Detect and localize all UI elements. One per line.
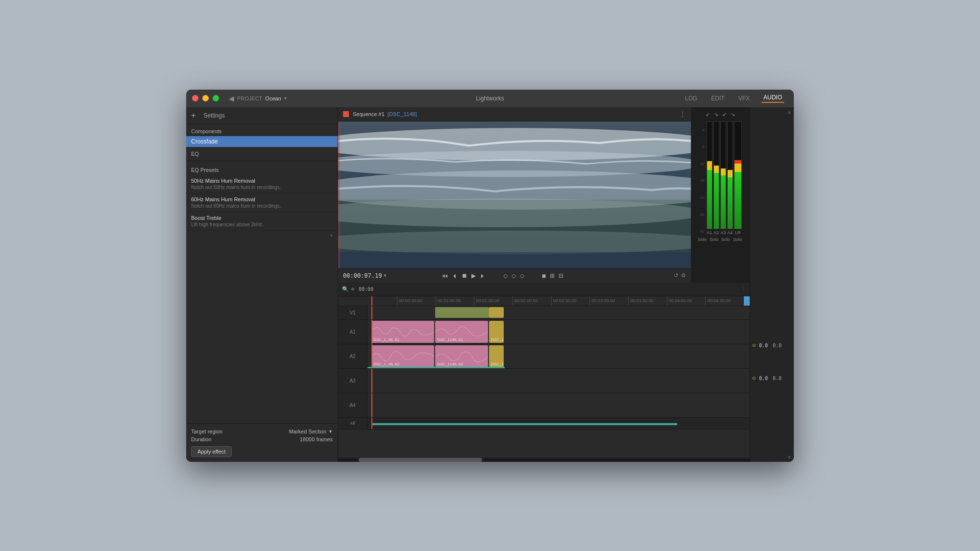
- sequence-clip: [DSC_1148]: [388, 111, 417, 117]
- transport-go-start[interactable]: ⏮: [442, 272, 448, 279]
- clip-a1-2[interactable]: DSC_1149, A1: [435, 321, 488, 343]
- solo-a3[interactable]: Solo: [721, 237, 730, 242]
- clip-a2-2[interactable]: DSC_1149, A2: [435, 345, 488, 367]
- ruler-mark-8: 00:04:30.00: [705, 296, 744, 306]
- timeline-start-time: 00:00: [359, 287, 373, 292]
- track-a4-header: A4: [338, 393, 368, 417]
- timeline-more-icon[interactable]: ⋮: [741, 287, 746, 291]
- apply-effect-button[interactable]: Apply effect: [191, 446, 232, 457]
- ocean-video: [338, 121, 691, 268]
- track-all-content: [368, 418, 750, 429]
- vu-icon-4[interactable]: ↘: [731, 111, 735, 118]
- zoom-out-button[interactable]: 🔍: [342, 286, 349, 292]
- preview-loop-button[interactable]: ↺: [674, 272, 678, 279]
- crossfade-component[interactable]: Crossfade: [186, 136, 338, 147]
- scrollbar-thumb[interactable]: [359, 458, 482, 462]
- clip-a2-1[interactable]: DSC_1_48, A2: [371, 345, 434, 367]
- playhead-ruler: [371, 296, 372, 306]
- vu-bar-lr: [734, 121, 742, 229]
- transport-extra2[interactable]: ⊞: [550, 272, 555, 279]
- preset-60hz-title: 60Hz Mains Hum Removal: [191, 196, 333, 202]
- project-name[interactable]: Ocean: [265, 96, 281, 101]
- transport-next-frame[interactable]: ⏵: [480, 272, 486, 279]
- playhead-a4: [371, 393, 372, 417]
- target-region-value[interactable]: Marked Section ▼: [289, 429, 333, 434]
- transport-play[interactable]: ▶: [471, 272, 476, 279]
- preset-boost-treble-desc: Lift high frequencies above 2kHz.: [191, 222, 333, 227]
- fader-val-a3: 0.0: [759, 376, 768, 381]
- target-region-row: Target region Marked Section ▼: [191, 429, 333, 434]
- transport-marker[interactable]: ◇: [512, 272, 516, 279]
- settings-button[interactable]: Settings: [203, 112, 224, 119]
- clip-v1-3[interactable]: [489, 307, 504, 318]
- solo-a1[interactable]: Solo: [698, 237, 707, 242]
- maximize-button[interactable]: [213, 95, 219, 101]
- preset-boost-treble[interactable]: Boost Treble Lift high frequencies above…: [186, 212, 338, 231]
- tab-audio[interactable]: AUDIO: [761, 94, 784, 103]
- transport-controls: ⏮ ⏴ ⏹ ▶ ⏵ ◇ ◇ ◇ ■ ⊞ ⊟: [442, 272, 564, 280]
- window-controls: [192, 95, 219, 101]
- transport-extra1[interactable]: ■: [542, 272, 546, 280]
- preview-right-controls: ↺ ⚙: [674, 272, 686, 279]
- solo-a4[interactable]: Solo: [733, 237, 742, 242]
- clip-a1-1[interactable]: DSC_1_48, A1: [371, 321, 434, 343]
- zoom-controls: 🔍 ⊕: [342, 286, 355, 292]
- panel-scroll-up[interactable]: ▲: [752, 109, 792, 115]
- transport-extra3[interactable]: ⊟: [559, 272, 564, 279]
- transport-stop[interactable]: ⏹: [462, 272, 467, 279]
- close-button[interactable]: [192, 95, 198, 101]
- target-dropdown-icon[interactable]: ▼: [328, 429, 333, 434]
- preset-50hz[interactable]: 50Hz Mains Hum Removal Notch out 50Hz ma…: [186, 175, 338, 193]
- project-label: PROJECT: [237, 96, 262, 101]
- track-v1-content: [368, 306, 750, 319]
- vu-bar-a1: [707, 121, 712, 229]
- back-button[interactable]: ◀: [229, 95, 234, 102]
- transport-mark-in[interactable]: ◇: [503, 272, 508, 279]
- preset-60hz[interactable]: 60Hz Mains Hum Removal Notch out 60Hz ma…: [186, 193, 338, 212]
- minimize-button[interactable]: [202, 95, 209, 101]
- vu-icon-1[interactable]: ↙: [706, 111, 710, 118]
- vu-bar-a3: [720, 121, 726, 229]
- tab-vfx[interactable]: VFX: [736, 95, 752, 102]
- tab-log[interactable]: LOG: [683, 95, 699, 102]
- components-label: Components: [186, 124, 338, 136]
- left-panel-toolbar: + Settings: [186, 107, 338, 124]
- zoom-in-button[interactable]: ⊕: [351, 287, 355, 291]
- track-a4: A4: [338, 393, 750, 418]
- ruler-track: 00:00:30.00 00:01:00.00 00:01:30.00 00:0…: [368, 296, 744, 306]
- preview-more-icon[interactable]: ⋮: [679, 110, 686, 118]
- vu-icon-2[interactable]: ↘: [714, 111, 718, 118]
- vu-scale-n24: -24: [699, 196, 705, 200]
- svg-rect-8: [338, 252, 691, 268]
- playhead-a2: [371, 344, 372, 368]
- clip-a2-3[interactable]: DSC_1: [489, 345, 504, 367]
- project-dropdown-icon[interactable]: ▾: [284, 96, 287, 101]
- eq-presets-label: EQ Presets: [186, 163, 338, 175]
- scroll-down-indicator: ▾: [186, 231, 338, 240]
- timeline-scrollbar[interactable]: [338, 458, 750, 462]
- track-a1-content: DSC_1_48, A1 DSC_1149, A1 DSC_1: [368, 320, 750, 344]
- duration-value: 18000 frames: [300, 436, 333, 442]
- transport-prev-frame[interactable]: ⏴: [452, 272, 458, 279]
- clip-v1-2[interactable]: [435, 307, 489, 318]
- clip-a1-3[interactable]: DSC_1: [489, 321, 504, 343]
- vu-fill-a2: [714, 173, 719, 228]
- waveform-a1-2: [435, 321, 488, 343]
- app-window: ◀ PROJECT Ocean ▾ Lightworks LOG EDIT VF…: [186, 90, 794, 462]
- fader-val-a3-r: 0.0: [773, 376, 782, 381]
- panel-scroll-down[interactable]: ▼: [752, 455, 792, 460]
- track-a3-header: A3: [338, 369, 368, 393]
- tab-edit[interactable]: EDIT: [709, 95, 726, 102]
- add-component-button[interactable]: +: [191, 111, 196, 120]
- vu-fill-lr: [735, 172, 741, 229]
- solo-a2[interactable]: Solo: [710, 237, 718, 242]
- track-v1: V1: [338, 306, 750, 320]
- transport-mark-out[interactable]: ◇: [520, 272, 524, 279]
- track-a4-content: [368, 393, 750, 417]
- preview-settings-button[interactable]: ⚙: [681, 272, 686, 279]
- vu-icon-3[interactable]: ↙: [722, 111, 727, 118]
- ruler-mark-1: 00:01:00.00: [436, 296, 474, 306]
- vu-controls-row: ↙ ↘ ↙ ↘: [706, 111, 735, 118]
- timecode-dropdown-icon[interactable]: ▾: [384, 272, 387, 279]
- track-a2-content: DSC_1_48, A2 DSC_1149, A2 DSC_1: [368, 344, 750, 368]
